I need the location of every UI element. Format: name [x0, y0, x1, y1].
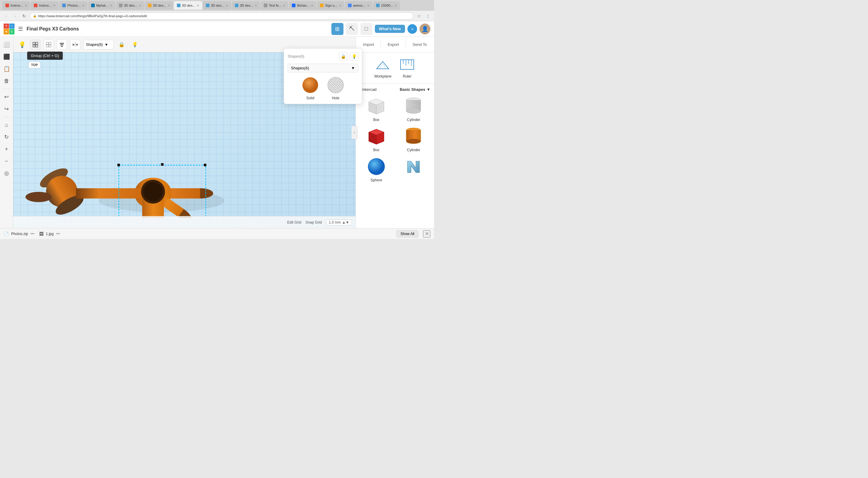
edit-grid-label[interactable]: Edit Grid — [287, 220, 302, 224]
right-panel: › Import Export Send To — [355, 37, 434, 228]
browser-tab-11[interactable]: Sign u...✕ — [317, 1, 344, 10]
zoom-out-button[interactable]: − — [1, 156, 12, 166]
import-button[interactable]: Import — [359, 40, 378, 49]
tab-bar: Instruc...✕Instruc...✕Photos...✕Mphat...… — [0, 0, 434, 11]
reload-button[interactable]: ↻ — [21, 12, 28, 20]
tab-close-1[interactable]: ✕ — [53, 4, 56, 7]
ungroup-button[interactable] — [43, 39, 54, 50]
tab-close-7[interactable]: ✕ — [226, 4, 228, 7]
box-view-button[interactable]: □ — [360, 23, 372, 35]
undo-button[interactable]: ↩ — [1, 91, 12, 102]
browser-tab-5[interactable]: 3D des...✕ — [145, 1, 173, 10]
bulb-popup-icon[interactable]: 💡 — [350, 52, 358, 61]
shapes-dropdown-bar[interactable]: Shapes(6) ▼ — [83, 40, 114, 50]
align-button[interactable] — [57, 39, 67, 50]
browser-tab-2[interactable]: Photos...✕ — [59, 1, 87, 10]
tab-close-8[interactable]: ✕ — [255, 4, 257, 7]
browser-tab-13[interactable]: 15000...✕ — [373, 1, 400, 10]
basic-shapes-dropdown[interactable]: Basic Shapes ▼ — [400, 87, 430, 92]
tab-favicon-8 — [235, 4, 239, 7]
view-grid-button[interactable]: ⊞ — [331, 23, 343, 35]
tinkercad-logo[interactable]: T I N C — [4, 24, 14, 34]
whats-new-button[interactable]: What's New — [375, 25, 405, 33]
shape-cylinder-orange[interactable]: Cylinder — [397, 126, 431, 152]
browser-tab-7[interactable]: 3D des...✕ — [203, 1, 231, 10]
duplicate-tool-button[interactable]: 📋 — [1, 63, 12, 74]
tab-close-3[interactable]: ✕ — [110, 4, 112, 7]
profile-avatar[interactable]: 👤 — [420, 24, 430, 34]
browser-tab-9[interactable]: Text fe...✕ — [261, 1, 288, 10]
browser-tab-1[interactable]: Instruc...✕ — [31, 1, 59, 10]
file1-icon: 📄 — [4, 231, 9, 236]
group-button[interactable] — [30, 39, 40, 50]
box-red-label: Box — [373, 148, 379, 152]
browser-tab-4[interactable]: 3D des...✕ — [116, 1, 144, 10]
panel-collapse-chevron[interactable]: › — [351, 126, 358, 139]
delete-tool-button[interactable]: 🗑 — [1, 75, 12, 86]
tab-close-2[interactable]: ✕ — [82, 4, 85, 7]
shape-box-red[interactable]: Box — [360, 126, 393, 152]
tab-close-12[interactable]: ✕ — [367, 4, 369, 7]
tab-favicon-4 — [119, 4, 123, 7]
shape-popup-dropdown-row[interactable]: Shapes(6) ▼ — [288, 64, 358, 72]
snap-grid-select[interactable]: 1.0 mm ▲▼ — [326, 219, 352, 225]
hole-option[interactable]: Hole — [327, 76, 345, 100]
lock-button[interactable]: 🔒 — [117, 39, 127, 50]
profile-add-button[interactable]: + — [407, 24, 417, 34]
tab-label-2: Photos... — [67, 4, 80, 7]
rt-sep-1 — [380, 41, 381, 48]
browser-tab-0[interactable]: Instruc...✕ — [2, 1, 30, 10]
ruler-tool[interactable]: Ruler — [399, 57, 415, 78]
tab-close-6[interactable]: ✕ — [197, 4, 199, 7]
shapes-count-label: Shapes(6) — [86, 42, 103, 47]
bulb-button[interactable]: 💡 — [130, 39, 140, 50]
shape-sphere-blue[interactable]: Sphere — [360, 156, 393, 182]
browser-tab-10[interactable]: Behan...✕ — [289, 1, 316, 10]
svg-rect-10 — [61, 46, 63, 47]
forward-button[interactable]: › — [11, 12, 19, 20]
tab-close-4[interactable]: ✕ — [139, 4, 141, 7]
browser-tab-3[interactable]: Mphat...✕ — [88, 1, 115, 10]
back-button[interactable]: ‹ — [2, 12, 10, 20]
shape-popup-icons: 🔒 💡 — [339, 52, 358, 61]
shape-box-outline[interactable]: Box — [360, 95, 393, 122]
shape-custom[interactable] — [397, 156, 431, 182]
lock-popup-icon[interactable]: 🔒 — [339, 52, 347, 61]
paste-tool-button[interactable]: ⬛ — [1, 51, 12, 62]
tab-close-11[interactable]: ✕ — [339, 4, 341, 7]
status-close-button[interactable]: ✕ — [423, 230, 430, 237]
rp-tools: Workplane Ruler — [356, 53, 434, 84]
redo-button[interactable]: ↪ — [1, 103, 12, 115]
menu-button[interactable]: ⋮ — [424, 12, 432, 20]
browser-tab-12[interactable]: aweso...✕ — [345, 1, 372, 10]
url-bar[interactable]: 🔒 https://www.tinkercad.com/things/9Bk4P… — [30, 12, 413, 20]
workplane-tool[interactable]: Workplane — [374, 57, 392, 78]
rotate-view-button[interactable]: ↻ — [1, 132, 12, 142]
tab-close-13[interactable]: ✕ — [395, 4, 397, 7]
zoom-in-button[interactable]: + — [1, 144, 12, 155]
menu-hamburger-icon[interactable]: ☰ — [18, 26, 23, 32]
export-button[interactable]: Export — [383, 40, 403, 49]
solid-label: Solid — [306, 96, 314, 100]
copy-tool-button[interactable]: ⬜ — [1, 39, 12, 50]
file1-dots[interactable]: ••• — [30, 232, 34, 236]
shape-cylinder-outline[interactable]: Cylinder — [397, 95, 431, 122]
tab-close-10[interactable]: ✕ — [311, 4, 313, 7]
home-view-button[interactable]: ⌂ — [1, 120, 12, 130]
tab-favicon-7 — [206, 4, 210, 7]
mirror-button[interactable] — [70, 39, 80, 50]
browser-tab-6[interactable]: 3D des...✕ — [174, 1, 202, 10]
bookmark-button[interactable]: ☆ — [415, 12, 423, 20]
browser-chrome: Instruc...✕Instruc...✕Photos...✕Mphat...… — [0, 0, 434, 21]
light-icon-button[interactable]: 💡 — [17, 39, 27, 50]
show-all-button[interactable]: Show All — [397, 230, 418, 237]
pickaxe-button[interactable]: ⛏ — [346, 23, 358, 35]
browser-tab-8[interactable]: 3D des...✕ — [232, 1, 260, 10]
3d-view-button[interactable]: ◎ — [1, 168, 12, 179]
tab-close-5[interactable]: ✕ — [168, 4, 170, 7]
tab-close-0[interactable]: ✕ — [25, 4, 27, 7]
file2-dots[interactable]: ••• — [56, 232, 60, 236]
tab-close-9[interactable]: ✕ — [283, 4, 285, 7]
solid-option[interactable]: Solid — [301, 76, 319, 100]
send-to-button[interactable]: Send To — [408, 40, 431, 49]
